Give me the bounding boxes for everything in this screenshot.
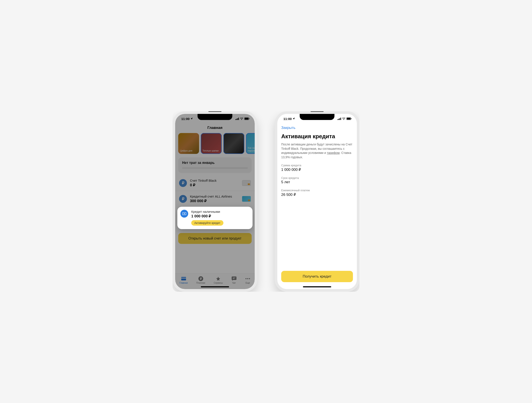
svg-rect-14 — [233, 278, 235, 278]
svg-rect-5 — [245, 118, 248, 120]
location-icon — [190, 117, 193, 121]
account-row[interactable]: ₽ Счет Tinkoff Black 0 ₽ — [175, 175, 255, 191]
svg-rect-13 — [232, 276, 236, 280]
svg-rect-10 — [181, 278, 186, 278]
ruble-icon: ₽ — [179, 179, 187, 187]
phone-left: 11:00 Главная Цифра дня Теплые шапки Как… — [172, 111, 257, 292]
account-row[interactable]: ₽ Кредитный счет ALL Airlines 300 000 ₽ — [175, 191, 255, 207]
spending-bar — [182, 167, 248, 169]
get-credit-button[interactable]: Получить кредит — [281, 271, 353, 282]
tab-chat[interactable]: Чат — [231, 276, 237, 284]
chat-icon — [231, 276, 237, 281]
detail-term: Срок кредита 5 лет — [281, 176, 353, 184]
story-label: Цифра дня — [180, 149, 192, 152]
detail-label: Ежемесячный платеж — [281, 189, 353, 192]
signal-icon — [337, 117, 341, 121]
wifi-icon — [240, 117, 243, 121]
close-button[interactable]: Закрыть — [277, 123, 357, 131]
ruble-circle-icon: ₽ — [198, 276, 203, 281]
detail-amount: Сумма кредита 1 000 000 ₽ — [281, 164, 353, 172]
tariff-link[interactable]: тарифом — [327, 151, 340, 154]
stories-row[interactable]: Цифра дня Теплые шапки Как зап пароли — [175, 133, 255, 154]
spending-card[interactable]: Нет трат за январь — [178, 157, 252, 173]
account-balance: 300 000 ₽ — [190, 199, 239, 203]
svg-rect-21 — [339, 118, 340, 120]
signal-icon — [235, 117, 239, 121]
screen-activation: 11:00 Закрыть Активация кредита После ак… — [277, 114, 357, 289]
svg-point-16 — [246, 278, 247, 279]
svg-rect-6 — [249, 118, 249, 119]
detail-monthly: Ежемесячный платеж 26 500 ₽ — [281, 189, 353, 197]
svg-rect-20 — [339, 119, 339, 120]
svg-rect-22 — [341, 118, 341, 120]
tab-label: Главная — [179, 282, 188, 284]
screen-home: 11:00 Главная Цифра дня Теплые шапки Как… — [175, 114, 255, 289]
detail-label: Сумма кредита — [281, 164, 353, 167]
svg-point-8 — [184, 213, 185, 214]
story-label: Теплые шапки — [203, 149, 219, 152]
account-balance: 0 ₽ — [190, 183, 239, 187]
svg-rect-1 — [236, 119, 237, 120]
svg-rect-2 — [237, 118, 238, 120]
svg-point-17 — [247, 278, 248, 279]
credit-cash-card[interactable]: Кредит наличными 1 000 000 ₽ Активируйте… — [177, 207, 253, 229]
svg-rect-3 — [238, 118, 239, 120]
battery-icon — [244, 117, 249, 121]
accounts-list: ₽ Счет Tinkoff Black 0 ₽ ₽ Кредитный сче… — [175, 175, 255, 207]
svg-point-18 — [249, 278, 250, 279]
card-thumbnail — [242, 180, 251, 186]
tab-services[interactable]: Сервисы — [214, 276, 223, 284]
story-card[interactable]: Цифра дня — [178, 133, 199, 154]
battery-icon — [346, 117, 352, 121]
wifi-icon — [342, 117, 346, 121]
status-time: 11:00 — [181, 117, 190, 121]
tab-label: Еще — [246, 282, 250, 284]
cash-icon — [180, 210, 188, 217]
tab-more[interactable]: Еще — [245, 276, 250, 284]
tab-payments[interactable]: ₽ Платежи — [196, 276, 205, 284]
tab-label: Платежи — [196, 282, 205, 284]
home-indicator — [303, 286, 331, 287]
svg-rect-19 — [337, 119, 338, 120]
detail-value: 1 000 000 ₽ — [281, 167, 353, 172]
story-card[interactable]: Как зап пароли — [246, 133, 255, 154]
svg-rect-24 — [347, 118, 350, 120]
account-name: Счет Tinkoff Black — [190, 179, 239, 182]
card-thumbnail — [242, 196, 251, 202]
story-label: Как зап пароли — [248, 147, 255, 152]
page-title: Главная — [175, 123, 255, 133]
story-card[interactable]: Теплые шапки — [201, 133, 222, 154]
svg-text:₽: ₽ — [200, 277, 202, 280]
tab-home[interactable]: Главная — [179, 276, 188, 284]
tab-label: Чат — [232, 282, 236, 284]
activation-title: Активация кредита — [281, 133, 353, 140]
open-new-product-button[interactable]: Открыть новый счет или продукт — [178, 233, 252, 244]
home-indicator — [201, 286, 229, 287]
spending-title: Нет трат за январь — [182, 161, 248, 165]
activation-description: После активации деньги будут зачислены н… — [281, 142, 353, 159]
phone-right: 11:00 Закрыть Активация кредита После ак… — [275, 111, 360, 292]
status-right — [337, 117, 352, 121]
more-icon — [245, 276, 250, 281]
status-right — [235, 117, 249, 121]
activate-pill[interactable]: Активируйте кредит — [191, 220, 223, 226]
ruble-icon: ₽ — [179, 195, 187, 203]
svg-rect-0 — [235, 119, 236, 120]
location-icon — [292, 117, 295, 121]
svg-rect-25 — [351, 118, 352, 119]
credit-balance: 1 000 000 ₽ — [191, 214, 249, 218]
status-time: 11:00 — [283, 117, 292, 121]
card-icon — [181, 276, 186, 281]
detail-label: Срок кредита — [281, 176, 353, 179]
detail-value: 26 500 ₽ — [281, 192, 353, 197]
account-name: Кредитный счет ALL Airlines — [190, 195, 239, 198]
detail-value: 5 лет — [281, 180, 353, 184]
svg-rect-9 — [181, 277, 186, 280]
star-icon — [215, 276, 221, 281]
tab-label: Сервисы — [214, 282, 223, 284]
credit-name: Кредит наличными — [191, 210, 249, 213]
story-card[interactable] — [223, 133, 244, 154]
svg-rect-15 — [233, 278, 234, 279]
